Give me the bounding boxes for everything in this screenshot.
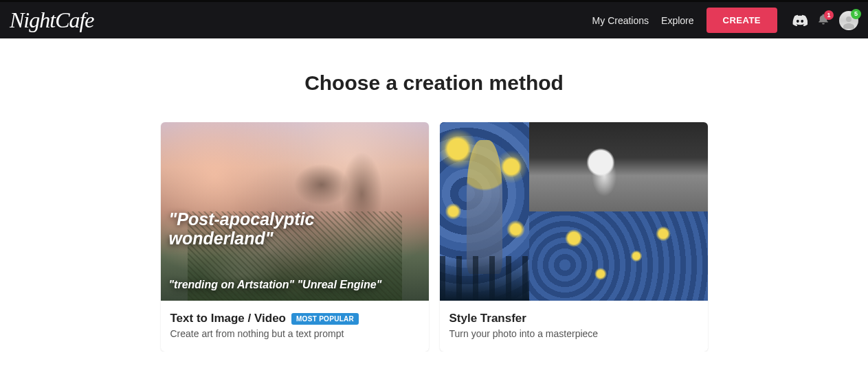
creation-methods: "Post-apocalyptic wonderland" "trending …: [0, 122, 868, 351]
card-title: Text to Image / Video: [170, 312, 286, 325]
logo[interactable]: NightCafe: [10, 8, 94, 33]
notifications-button[interactable]: 1: [817, 13, 830, 28]
card-preview-image: "Post-apocalyptic wonderland" "trending …: [161, 122, 429, 301]
starry-night-style: [529, 211, 708, 301]
notifications-badge: 1: [824, 10, 834, 20]
discord-icon[interactable]: [792, 13, 808, 28]
nav-right: My Creations Explore CREATE 1 5: [592, 8, 858, 33]
prompt-overlay-1: "Post-apocalyptic wonderland": [169, 209, 421, 249]
nav-my-creations[interactable]: My Creations: [592, 15, 649, 26]
starry-night-astronaut: [440, 122, 529, 301]
astronaut-photo: [529, 122, 708, 211]
card-body: Style Transfer Turn your photo into a ma…: [440, 301, 708, 351]
header-icons: 1 5: [792, 11, 858, 30]
credits-badge: 5: [851, 9, 861, 19]
card-text-to-image[interactable]: "Post-apocalyptic wonderland" "trending …: [161, 122, 429, 351]
card-preview-image: [440, 122, 708, 301]
card-subtitle: Create art from nothing but a text promp…: [170, 328, 419, 339]
card-title: Style Transfer: [449, 312, 526, 325]
user-menu[interactable]: 5: [839, 11, 858, 30]
card-style-transfer[interactable]: Style Transfer Turn your photo into a ma…: [440, 122, 708, 351]
most-popular-badge: MOST POPULAR: [291, 313, 359, 325]
app-header: NightCafe My Creations Explore CREATE 1 …: [0, 0, 868, 38]
card-body: Text to Image / Video MOST POPULAR Creat…: [161, 301, 429, 351]
create-button[interactable]: CREATE: [706, 8, 777, 33]
card-subtitle: Turn your photo into a masterpiece: [449, 328, 698, 339]
prompt-overlay-2: "trending on Artstation" "Unreal Engine": [169, 279, 421, 291]
page-title: Choose a creation method: [0, 71, 868, 95]
nav-explore[interactable]: Explore: [661, 15, 693, 26]
logo-text: NightCafe: [10, 8, 94, 33]
